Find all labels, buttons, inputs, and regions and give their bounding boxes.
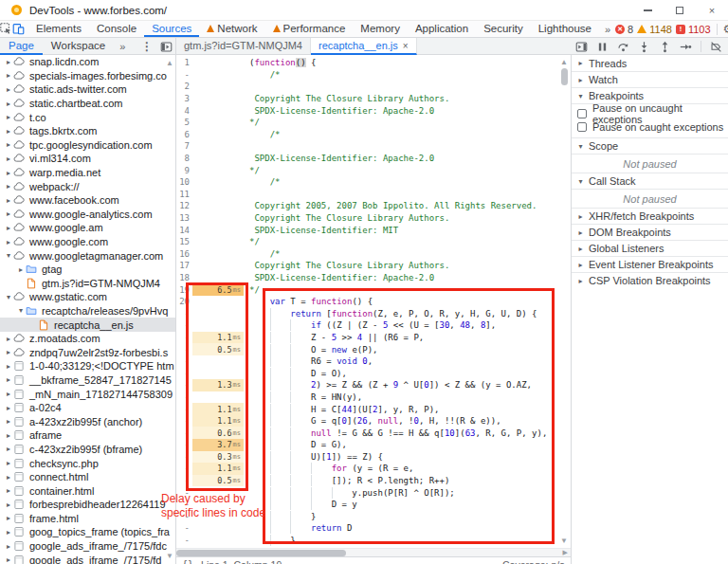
tab-console[interactable]: Console: [89, 21, 144, 37]
line-number[interactable]: -: [176, 405, 192, 414]
line-number[interactable]: 3: [176, 94, 192, 103]
chevron-right-icon[interactable]: ▸: [4, 182, 13, 191]
chevron-down-icon[interactable]: ▾: [4, 251, 13, 260]
chevron-right-icon[interactable]: ▸: [4, 445, 13, 453]
chevron-right-icon[interactable]: ▸: [4, 155, 13, 163]
chevron-right-icon[interactable]: ▸: [4, 390, 13, 398]
line-number[interactable]: -: [176, 333, 192, 342]
tree-item-google-ads-iframe-7175-fdc[interactable]: ▸google_ads_iframe_/7175/fdc: [0, 539, 175, 554]
navigator-tab-page[interactable]: Page: [0, 38, 43, 55]
line-number[interactable]: -: [176, 452, 192, 462]
tab-network[interactable]: Network: [199, 21, 264, 37]
editor-tab-recaptcha-en-js[interactable]: recaptcha__en.js×: [311, 38, 417, 55]
scroll-down-arrow[interactable]: ▼: [560, 537, 568, 545]
vertical-scroll-thumb[interactable]: [561, 68, 568, 85]
line-number[interactable]: 19: [176, 285, 192, 295]
line-number[interactable]: 6: [176, 130, 192, 139]
tree-item-gtm-js-id-gtm-nmqjm4[interactable]: gtm.js?id=GTM-NMQJM4: [0, 277, 175, 291]
tree-item-snap-licdn-com[interactable]: ▸snap.licdn.com: [0, 55, 175, 69]
line-number[interactable]: 8: [176, 154, 192, 163]
line-number[interactable]: 7: [176, 141, 192, 151]
tree-item-www-google-com[interactable]: ▸www.google.com: [0, 235, 175, 249]
line-number[interactable]: -: [176, 464, 192, 473]
tree-item-recaptcha-en-js[interactable]: recaptcha__en.js: [0, 318, 175, 332]
line-number[interactable]: -: [176, 416, 192, 426]
line-number[interactable]: -: [176, 345, 192, 355]
chevron-right-icon[interactable]: ▸: [4, 500, 13, 509]
tree-item-recaptcha-releases-9pvhvq[interactable]: ▾recaptcha/releases/9pvHvq: [0, 304, 175, 318]
horizontal-scroll-thumb[interactable]: [176, 550, 346, 556]
line-number[interactable]: -: [176, 523, 192, 533]
tree-item-webpack-[interactable]: ▸webpack://: [0, 179, 175, 193]
tree-item-www-google-analytics-com[interactable]: ▸www.google-analytics.com: [0, 208, 175, 222]
chevron-right-icon[interactable]: ▸: [4, 514, 13, 522]
pause-script-button[interactable]: [596, 41, 609, 53]
tree-item-google-ads-iframe-7175-fd[interactable]: ▸google_ads_iframe_/7175/fd: [0, 553, 175, 564]
line-number[interactable]: -: [176, 428, 192, 438]
tab-sources[interactable]: Sources: [144, 21, 199, 37]
tree-scroll-down-arrow[interactable]: ▼: [166, 552, 173, 560]
tree-item-a-423xz2ib995f-anchor-[interactable]: ▸a-423xz2ib995f (anchor): [0, 414, 175, 428]
line-number[interactable]: 9: [176, 166, 192, 175]
line-number[interactable]: -: [176, 440, 192, 449]
chevron-right-icon[interactable]: ▸: [4, 169, 13, 177]
tree-item--mn-main-171827144758309[interactable]: ▸_mN_main_171827144758309: [0, 387, 175, 401]
checkbox-unchecked-icon[interactable]: [577, 122, 587, 132]
section-dom-breakpoints[interactable]: ▸DOM Breakpoints: [572, 224, 728, 240]
scroll-up-arrow[interactable]: ▲: [560, 58, 568, 66]
section-breakpoints[interactable]: ▾Breakpoints: [572, 87, 728, 103]
maximize-button[interactable]: [664, 0, 696, 21]
tree-item-static-ads-twitter-com[interactable]: ▸static.ads-twitter.com: [0, 82, 175, 97]
editor-vertical-scrollbar[interactable]: ▲ ▼: [558, 55, 570, 548]
tree-item-frame-html[interactable]: ▸frame.html: [0, 512, 175, 526]
step-over-button[interactable]: [617, 41, 629, 53]
chevron-right-icon[interactable]: ▸: [4, 404, 13, 412]
chevron-right-icon[interactable]: ▸: [4, 431, 13, 440]
toggle-navigator-button[interactable]: [156, 38, 175, 55]
chevron-right-icon[interactable]: ▸: [4, 459, 13, 467]
chevron-right-icon[interactable]: ▸: [4, 362, 13, 371]
chevron-right-icon[interactable]: ▸: [4, 348, 13, 356]
section-xhr-fetch-breakpoints[interactable]: ▸XHR/fetch Breakpoints: [572, 208, 728, 224]
tree-item-c-423xz2ib995f-bframe-[interactable]: ▸c-423xz2ib995f (bframe): [0, 443, 175, 457]
tree-item-www-googletagmanager-com[interactable]: ▾www.googletagmanager.com: [0, 248, 175, 263]
tree-item-www-google-am[interactable]: ▸www.google.am: [0, 221, 175, 235]
chevron-right-icon[interactable]: ▸: [4, 140, 13, 149]
tree-item-www-facebook-com[interactable]: ▸www.facebook.com: [0, 193, 175, 208]
chevron-right-icon[interactable]: ▸: [4, 473, 13, 482]
deactivate-breakpoints-button[interactable]: [710, 41, 722, 53]
line-number[interactable]: 11: [176, 190, 192, 199]
more-navigator-tabs-button[interactable]: »: [114, 38, 130, 55]
section-event-listener-breakpoints[interactable]: ▸Event Listener Breakpoints: [572, 256, 728, 272]
chevron-right-icon[interactable]: ▸: [4, 71, 13, 80]
line-number[interactable]: -: [176, 356, 192, 366]
tree-item-1-0-40-33129-doctype-htm[interactable]: ▸1-0-40;33129;<!DOCTYPE htm: [0, 359, 175, 373]
checkbox-unchecked-icon[interactable]: [577, 109, 587, 118]
step-button[interactable]: [680, 41, 692, 53]
chevron-right-icon[interactable]: ▸: [4, 555, 13, 564]
navigator-menu-button[interactable]: ⋮: [137, 38, 156, 55]
line-number[interactable]: 12: [176, 201, 192, 210]
tab-application[interactable]: Application: [408, 21, 476, 37]
scroll-right-arrow[interactable]: ▶: [563, 549, 568, 556]
line-number[interactable]: 20: [176, 297, 192, 306]
line-number[interactable]: 15: [176, 237, 192, 246]
tree-item-forbesprebidheader12264119[interactable]: ▸forbesprebidheader12264119: [0, 498, 175, 512]
checkbox-row-pause-on-uncaught-exceptions[interactable]: Pause on uncaught exceptions: [572, 107, 728, 120]
line-number[interactable]: 18: [176, 273, 192, 282]
minimize-button[interactable]: [631, 0, 664, 21]
tree-item-goog-topics-frame-topics-fra[interactable]: ▸goog_topics_frame (topics_fra: [0, 525, 175, 539]
section-csp-violation-breakpoints[interactable]: ▸CSP Violation Breakpoints: [572, 272, 728, 288]
tree-item-vi-ml314-com[interactable]: ▸vi.ml314.com: [0, 152, 175, 166]
checkbox-row-pause-on-caught-exceptions[interactable]: Pause on caught exceptions: [572, 120, 728, 134]
chevron-right-icon[interactable]: ▸: [4, 528, 13, 537]
tree-item--bkframe-52847-171827145[interactable]: ▸__bkframe_52847_171827145: [0, 373, 175, 388]
tree-item-www-gstatic-com[interactable]: ▾www.gstatic.com: [0, 290, 175, 304]
chevron-right-icon[interactable]: ▸: [4, 58, 13, 66]
line-number[interactable]: 10: [176, 177, 192, 187]
line-number[interactable]: 16: [176, 249, 192, 259]
editor-horizontal-scrollbar[interactable]: ▶: [176, 548, 571, 556]
line-number[interactable]: 13: [176, 213, 192, 223]
pretty-print-button[interactable]: {}: [182, 559, 193, 564]
settings-button[interactable]: ⚙: [723, 23, 728, 35]
